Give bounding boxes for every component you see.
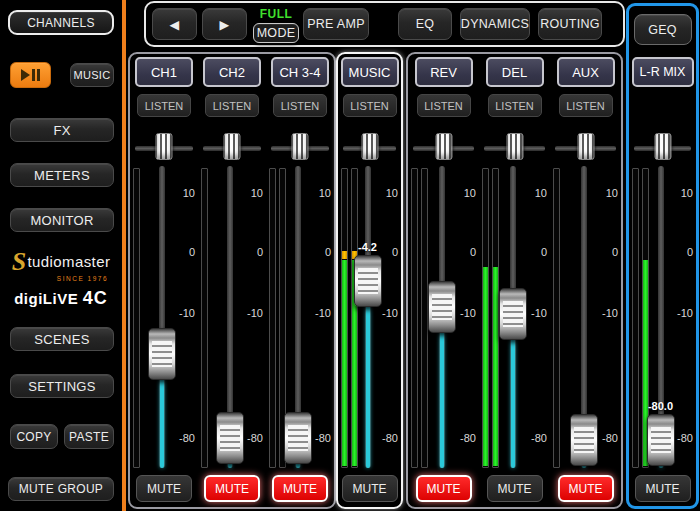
prev-channel-button[interactable]: ◀	[152, 8, 197, 40]
channel-select-button-del[interactable]: DEL	[486, 57, 544, 87]
input-channels-group: CH1LISTEN100-10-80MUTECH2LISTEN100-10-80…	[128, 52, 336, 509]
db-scale-label: 0	[669, 246, 693, 258]
paste-button[interactable]: PASTE	[64, 424, 114, 449]
channel-select-button-aux[interactable]: AUX	[557, 57, 615, 87]
pan-knob-lrmix[interactable]	[654, 133, 671, 160]
meters-button[interactable]: METERS	[10, 163, 114, 187]
listen-button-ch34[interactable]: LISTEN	[273, 94, 327, 117]
fader-zone-rev: 100-10-80	[408, 166, 479, 470]
pan-knob-ch2[interactable]	[224, 133, 241, 160]
fader-knob-music[interactable]	[354, 255, 382, 307]
brand-logo: Studiomaster SINCE 1976 digiLiVE 4C	[0, 249, 122, 307]
view-toolbar: ◀ ▶ FULL MODE PRE AMP EQ DYNAMICS ROUTIN…	[144, 1, 625, 47]
meter-level-fill	[342, 260, 347, 466]
channel-select-button-music[interactable]: MUSIC	[341, 57, 399, 87]
listen-button-ch2[interactable]: LISTEN	[205, 94, 259, 117]
db-scale-label: 10	[452, 187, 476, 199]
mute-button-music[interactable]: MUTE	[342, 475, 398, 502]
channel-select-button-lrmix[interactable]: L-R MIX	[632, 57, 694, 87]
channel-strip-music: MUSICLISTEN100-10-80-4.2MUTE	[338, 54, 401, 507]
channel-select-button-ch2[interactable]: CH2	[203, 57, 261, 87]
channel-strip-lrmix: L-R MIX100-10-80-80.0MUTE	[629, 54, 696, 509]
brand-tagline: SINCE 1976	[0, 276, 122, 283]
level-meter-rev-1	[411, 168, 418, 468]
next-channel-button[interactable]: ▶	[202, 8, 247, 40]
level-meter-rev-2	[421, 168, 428, 468]
pan-knob-aux[interactable]	[577, 133, 594, 160]
db-scale-label: 0	[452, 246, 476, 258]
mode-button[interactable]: MODE	[253, 23, 299, 43]
routing-tab-button[interactable]: ROUTING	[538, 8, 602, 40]
fader-zone-music: 100-10-80-4.2	[338, 166, 401, 470]
fader-zone-aux: 100-10-80	[550, 166, 621, 470]
db-scale-label: -10	[669, 307, 693, 319]
mute-group-button[interactable]: MUTE GROUP	[8, 477, 114, 501]
settings-button[interactable]: SETTINGS	[10, 374, 114, 398]
fader-zone-ch34: 100-10-80	[266, 166, 334, 470]
pan-knob-del[interactable]	[506, 133, 523, 160]
level-meter-del-2	[492, 168, 499, 468]
listen-button-aux[interactable]: LISTEN	[559, 94, 613, 117]
db-scale-label: 10	[523, 187, 547, 199]
db-scale-label: 10	[171, 187, 195, 199]
db-scale-label: 10	[307, 187, 331, 199]
eq-tab-button[interactable]: EQ	[398, 8, 452, 40]
monitor-button[interactable]: MONITOR	[10, 208, 114, 232]
db-scale-label: 10	[239, 187, 263, 199]
db-scale-label: -80	[669, 432, 693, 444]
listen-button-del[interactable]: LISTEN	[488, 94, 542, 117]
studiomaster-logo: Studiomaster	[0, 249, 122, 275]
fader-knob-ridges	[288, 425, 308, 451]
db-scale-label: -80	[374, 432, 398, 444]
copy-button[interactable]: COPY	[10, 424, 58, 449]
fx-button[interactable]: FX	[10, 118, 114, 142]
pan-knob-ch34[interactable]	[292, 133, 309, 160]
mute-button-ch1[interactable]: MUTE	[136, 475, 192, 502]
listen-button-music[interactable]: LISTEN	[343, 94, 397, 117]
channel-strip-rev: REVLISTEN100-10-80MUTE	[408, 54, 479, 507]
pan-knob-music[interactable]	[361, 133, 378, 160]
mute-button-del[interactable]: MUTE	[487, 475, 543, 502]
db-scale-label: 10	[374, 187, 398, 199]
fader-value-readout-lrmix: -80.0	[639, 400, 683, 412]
channels-button[interactable]: CHANNELS	[8, 10, 114, 35]
mute-button-ch2[interactable]: MUTE	[204, 475, 260, 502]
level-meter-music-1	[341, 168, 348, 468]
db-scale-label: -10	[307, 307, 331, 319]
db-scale-label: -80	[594, 432, 618, 444]
play-pause-button[interactable]	[10, 62, 51, 88]
db-scale-label: -80	[523, 432, 547, 444]
mute-button-aux[interactable]: MUTE	[558, 475, 614, 502]
dynamics-tab-button[interactable]: DYNAMICS	[460, 8, 530, 40]
channel-select-button-ch1[interactable]: CH1	[135, 57, 193, 87]
scenes-button[interactable]: SCENES	[10, 327, 114, 351]
pan-knob-rev[interactable]	[435, 133, 452, 160]
fx-aux-channels-group: REVLISTEN100-10-80MUTEDELLISTEN100-10-80…	[406, 52, 623, 509]
mode-state-label: FULL	[248, 7, 304, 21]
pan-knob-ch1[interactable]	[156, 133, 173, 160]
orange-divider	[122, 0, 126, 511]
right-arrow-icon: ▶	[220, 17, 230, 32]
mute-button-rev[interactable]: MUTE	[416, 475, 472, 502]
meter-level-fill	[493, 267, 498, 466]
channel-select-button-rev[interactable]: REV	[415, 57, 473, 87]
channel-select-button-ch34[interactable]: CH 3-4	[271, 57, 329, 87]
geq-button[interactable]: GEQ	[634, 14, 692, 45]
db-scale-label: 0	[171, 246, 195, 258]
db-scale-label: 10	[669, 187, 693, 199]
music-source-button[interactable]: MUSIC	[70, 63, 114, 87]
channel-strip-ch34: CH 3-4LISTEN100-10-80MUTE	[266, 54, 334, 507]
mute-button-lrmix[interactable]: MUTE	[635, 475, 691, 502]
listen-button-rev[interactable]: LISTEN	[417, 94, 471, 117]
mute-button-ch34[interactable]: MUTE	[272, 475, 328, 502]
preamp-tab-button[interactable]: PRE AMP	[303, 8, 369, 40]
db-scale-label: -80	[452, 432, 476, 444]
level-meter-lrmix-1	[632, 168, 639, 468]
listen-button-ch1[interactable]: LISTEN	[137, 94, 191, 117]
main-mix-group: GEQ L-R MIX100-10-80-80.0MUTE	[626, 3, 699, 509]
mixer-app: CHANNELS MUSIC FX METERS MONITOR Studiom…	[0, 0, 700, 511]
fader-knob-ridges	[152, 341, 172, 367]
play-pause-icon	[21, 69, 40, 81]
fader-knob-ch1[interactable]	[148, 328, 176, 380]
fader-tail-ch1	[160, 377, 164, 468]
